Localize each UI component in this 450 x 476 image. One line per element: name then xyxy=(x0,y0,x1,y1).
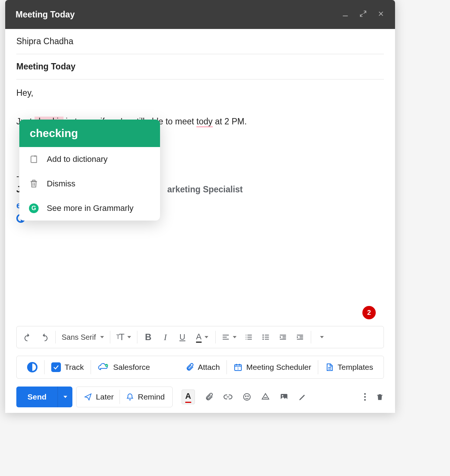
send-icon xyxy=(84,393,92,401)
svg-rect-0 xyxy=(343,16,348,16)
salesforce-button[interactable]: Salesforce xyxy=(91,360,157,375)
svg-point-2 xyxy=(262,336,264,338)
svg-text:1: 1 xyxy=(237,366,239,370)
font-family-dropdown[interactable]: Sans Serif xyxy=(58,333,108,342)
minimize-icon[interactable] xyxy=(342,10,349,19)
add-to-dictionary-item[interactable]: Add to dictionary xyxy=(19,147,160,172)
see-more-grammarly-item[interactable]: G See more in Grammarly xyxy=(19,196,160,221)
recipient-field[interactable]: Shipra Chadha xyxy=(16,29,384,54)
svg-point-7 xyxy=(244,394,250,400)
subject-field[interactable]: Meeting Today xyxy=(16,54,384,79)
integration-toolbar: Track Salesforce Attach 1Meeting Schedul… xyxy=(16,356,384,379)
redo-button[interactable] xyxy=(36,329,53,346)
meeting-scheduler-button[interactable]: 1Meeting Scheduler xyxy=(227,360,318,375)
document-icon xyxy=(325,363,334,372)
send-toolbar: Send Later Remind A xyxy=(16,385,384,408)
attachment-icon[interactable] xyxy=(205,392,213,401)
svg-point-9 xyxy=(248,396,248,397)
bullet-list-button[interactable] xyxy=(257,329,274,346)
chevron-down-icon xyxy=(100,336,104,338)
remind-button[interactable]: Remind xyxy=(120,392,170,401)
svg-point-3 xyxy=(262,339,264,340)
trash-icon[interactable] xyxy=(376,392,384,401)
drive-icon[interactable] xyxy=(261,392,270,401)
svg-point-8 xyxy=(245,396,246,397)
bold-button[interactable]: B xyxy=(140,329,157,346)
yesware-logo-button[interactable] xyxy=(20,360,44,375)
track-toggle[interactable]: Track xyxy=(45,360,91,375)
send-later-button[interactable]: Later xyxy=(78,392,120,401)
chevron-down-icon xyxy=(205,336,208,338)
body-greeting: Hey, xyxy=(16,86,384,100)
misspelled-word-2[interactable]: tody xyxy=(196,117,212,127)
yesware-icon xyxy=(27,362,38,372)
more-options-icon[interactable] xyxy=(364,392,366,401)
outdent-button[interactable] xyxy=(274,329,291,346)
align-button[interactable] xyxy=(218,329,240,346)
chevron-down-icon xyxy=(233,336,237,338)
font-size-button[interactable]: TT xyxy=(112,329,135,346)
undo-button[interactable] xyxy=(19,329,36,346)
bell-icon xyxy=(126,393,134,401)
formatting-toggle-button[interactable]: A xyxy=(182,389,195,404)
grammarly-icon: G xyxy=(29,203,39,213)
titlebar: Meeting Today xyxy=(5,0,395,29)
dismiss-item[interactable]: Dismiss xyxy=(19,172,160,196)
indent-button[interactable] xyxy=(291,329,309,346)
checkbox-checked-icon xyxy=(51,362,61,372)
pen-icon[interactable] xyxy=(298,392,307,401)
grammarly-suggestion[interactable]: checking xyxy=(19,120,160,147)
dictionary-icon xyxy=(29,154,39,164)
send-options-dropdown[interactable] xyxy=(58,387,72,407)
italic-button[interactable]: I xyxy=(157,329,174,346)
chevron-down-icon xyxy=(63,396,67,398)
image-icon[interactable] xyxy=(280,392,288,401)
attach-button[interactable]: Attach xyxy=(179,360,227,375)
close-icon[interactable] xyxy=(377,10,385,19)
send-button[interactable]: Send xyxy=(16,387,58,407)
numbered-list-button[interactable] xyxy=(240,329,257,346)
cloud-icon xyxy=(98,363,110,372)
calendar-icon: 1 xyxy=(234,363,242,372)
chevron-down-icon xyxy=(127,336,131,338)
grammarly-suggestion-popup: checking Add to dictionary Dismiss G See… xyxy=(19,120,160,221)
text-color-button[interactable]: A xyxy=(191,329,213,346)
grammarly-error-badge[interactable]: 2 xyxy=(362,306,376,319)
format-toolbar: Sans Serif TT B I U A xyxy=(16,326,384,348)
templates-button[interactable]: Templates xyxy=(318,360,380,375)
svg-point-14 xyxy=(364,399,366,401)
window-title: Meeting Today xyxy=(16,10,75,20)
expand-icon[interactable] xyxy=(359,10,367,19)
link-icon[interactable] xyxy=(223,392,233,402)
svg-point-11 xyxy=(282,395,283,397)
underline-button[interactable]: U xyxy=(174,329,191,346)
more-formatting-button[interactable] xyxy=(313,329,330,346)
trash-icon xyxy=(29,179,39,189)
svg-point-1 xyxy=(262,335,264,336)
svg-point-13 xyxy=(364,396,366,398)
svg-point-12 xyxy=(364,393,366,395)
emoji-icon[interactable] xyxy=(242,392,251,401)
paperclip-icon xyxy=(185,363,194,372)
chevron-down-icon xyxy=(320,336,324,338)
